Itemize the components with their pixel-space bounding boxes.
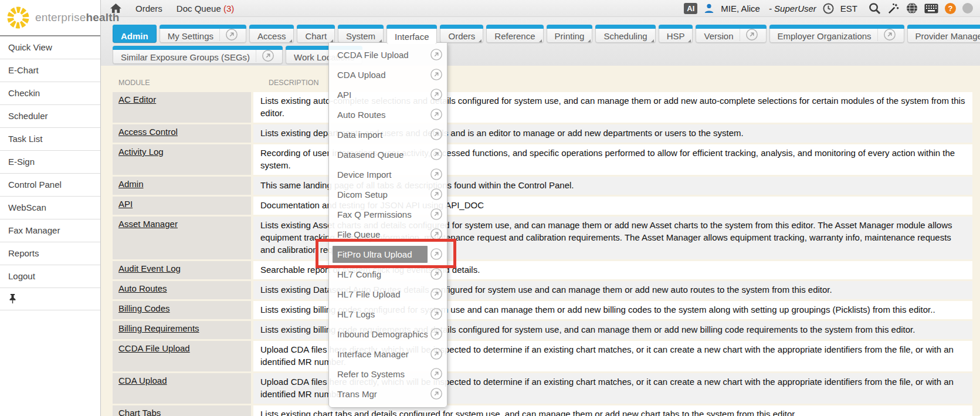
magic-wand-icon[interactable] [887, 2, 900, 15]
menu-item-hl7-config[interactable]: HL7 Config [329, 264, 447, 284]
user-icon [704, 3, 714, 13]
globe-icon[interactable] [906, 2, 918, 14]
tab-hsp[interactable]: HSP [659, 25, 693, 43]
menu-item-file-queue[interactable]: File Queue [329, 224, 447, 244]
popout-icon[interactable] [430, 208, 443, 221]
popout-icon[interactable] [877, 28, 896, 41]
popout-icon[interactable] [740, 28, 758, 41]
help-icon[interactable]: ? [945, 3, 956, 14]
tab-my-settings[interactable]: My Settings [160, 25, 246, 43]
sidebar-item-quick-view[interactable]: Quick View [0, 36, 100, 59]
sidebar-item-label: E-Chart [8, 65, 39, 75]
menu-item-label: Refer to Systems [333, 366, 428, 383]
popout-icon[interactable] [430, 248, 443, 261]
ai-badge[interactable]: AI [684, 3, 697, 14]
main-content: MODULE DESCRIPTION AC Editor Lists exist… [101, 66, 980, 416]
sidebar-item-control-panel[interactable]: Control Panel [0, 174, 100, 197]
menu-item-api[interactable]: API [329, 84, 447, 104]
menu-item-interface-manager[interactable]: Interface Manager [329, 344, 447, 364]
popout-icon[interactable] [430, 307, 443, 320]
popout-icon[interactable] [430, 88, 443, 101]
user-name[interactable]: MIE, Alice [721, 4, 760, 13]
menu-item-cda-upload[interactable]: CDA Upload [329, 65, 447, 84]
sidebar-item-scheduler[interactable]: Scheduler [0, 105, 100, 128]
pin-sidebar-button[interactable] [0, 288, 100, 310]
module-link[interactable]: Audit Event Log [118, 263, 181, 273]
module-link[interactable]: Chart Tabs [118, 408, 161, 416]
menu-item-datasend-queue[interactable]: Datasend Queue [329, 144, 447, 164]
tab-employer-organizations[interactable]: Employer Organizations [769, 25, 904, 43]
module-link[interactable]: CCDA File Upload [118, 343, 190, 353]
clock-icon[interactable] [823, 3, 834, 14]
popout-icon[interactable] [430, 347, 443, 360]
tab-interface[interactable]: Interface [386, 25, 437, 44]
sidebar-item-logout[interactable]: Logout [0, 265, 100, 288]
menu-item-fax-q-permissions[interactable]: Fax Q Permissions [329, 204, 447, 224]
popout-icon[interactable] [430, 148, 443, 161]
menu-item-ccda-file-upload[interactable]: CCDA File Upload [329, 45, 447, 65]
tab-admin[interactable]: Admin [113, 25, 157, 43]
popout-icon[interactable] [430, 168, 443, 181]
tab-similar-exposure-groups-segs[interactable]: Similar Exposure Groups (SEGs) [113, 46, 283, 64]
popout-icon[interactable] [430, 268, 443, 280]
tab-system[interactable]: System [338, 25, 384, 43]
popout-icon[interactable] [430, 108, 443, 121]
menu-item-hl7-file-upload[interactable]: HL7 File Upload [329, 284, 447, 304]
nav-link-doc-queue[interactable]: Doc Queue (3) [177, 4, 234, 13]
sidebar-item-e-chart[interactable]: E-Chart [0, 59, 100, 82]
keyboard-icon[interactable] [924, 4, 938, 13]
brand-light: enterprise [35, 11, 86, 23]
tab-access[interactable]: Access [249, 25, 294, 43]
menu-item-inbound-demographics[interactable]: Inbound Demographics [329, 324, 447, 344]
menu-item-hl7-logs[interactable]: HL7 Logs [329, 304, 447, 324]
tab-provider-management[interactable]: Provider Management [907, 25, 980, 43]
module-link[interactable]: Admin [118, 179, 144, 189]
nav-link-orders[interactable]: Orders [135, 4, 162, 13]
sidebar-item-task-list[interactable]: Task List [0, 128, 100, 151]
module-link[interactable]: API [118, 199, 133, 209]
menu-item-trans-mgr[interactable]: Trans Mgr [329, 384, 447, 404]
sidebar-item-checkin[interactable]: Checkin [0, 82, 100, 105]
menu-item-refer-to-systems[interactable]: Refer to Systems [329, 364, 447, 384]
sidebar-item-webscan[interactable]: WebScan [0, 197, 100, 219]
popout-icon[interactable] [430, 288, 443, 300]
module-link[interactable]: Access Control [118, 127, 178, 137]
tab-reference[interactable]: Reference [486, 25, 543, 43]
popout-icon[interactable] [430, 327, 443, 340]
menu-item-fitpro-ultra-upload[interactable]: FitPro Ultra Upload [329, 244, 447, 264]
popout-icon[interactable] [430, 48, 443, 61]
popout-icon[interactable] [256, 49, 274, 62]
module-link[interactable]: CDA Upload [118, 376, 167, 385]
logo[interactable]: enterprisehealth [0, 0, 100, 36]
menu-item-dicom-setup[interactable]: Dicom Setup [329, 184, 447, 204]
module-link[interactable]: Asset Manager [118, 219, 178, 229]
module-link[interactable]: Billing Requirements [118, 323, 199, 333]
popout-icon[interactable] [219, 28, 238, 41]
tab-printing[interactable]: Printing [547, 25, 593, 43]
popout-icon[interactable] [430, 367, 443, 380]
module-link[interactable]: Auto Routes [118, 283, 167, 293]
top-bar: Orders Doc Queue (3) AI MIE, Alice - Sup… [101, 0, 980, 17]
module-cell: Audit Event Log [113, 261, 251, 279]
menu-item-data-import[interactable]: Data import [329, 124, 447, 144]
tab-label: Printing [555, 31, 585, 41]
module-link[interactable]: AC Editor [118, 94, 156, 104]
tab-scheduling[interactable]: Scheduling [595, 25, 655, 43]
status-dot-icon[interactable] [962, 3, 973, 13]
tab-orders[interactable]: Orders [440, 25, 483, 43]
module-link[interactable]: Activity Log [118, 147, 164, 157]
popout-icon[interactable] [430, 387, 443, 400]
tab-chart[interactable]: Chart [297, 25, 335, 43]
popout-icon[interactable] [430, 228, 443, 241]
sidebar-item-fax-manager[interactable]: Fax Manager [0, 219, 100, 242]
popout-icon[interactable] [430, 68, 443, 81]
popout-icon[interactable] [430, 188, 443, 201]
menu-item-auto-routes[interactable]: Auto Routes [329, 104, 447, 124]
search-icon[interactable] [869, 2, 881, 15]
tab-version[interactable]: Version [696, 25, 766, 43]
menu-item-device-import[interactable]: Device Import [329, 164, 447, 184]
sidebar-item-reports[interactable]: Reports [0, 242, 100, 265]
popout-icon[interactable] [430, 128, 443, 141]
module-link[interactable]: Billing Codes [118, 303, 170, 313]
sidebar-item-e-sign[interactable]: E-Sign [0, 151, 100, 174]
